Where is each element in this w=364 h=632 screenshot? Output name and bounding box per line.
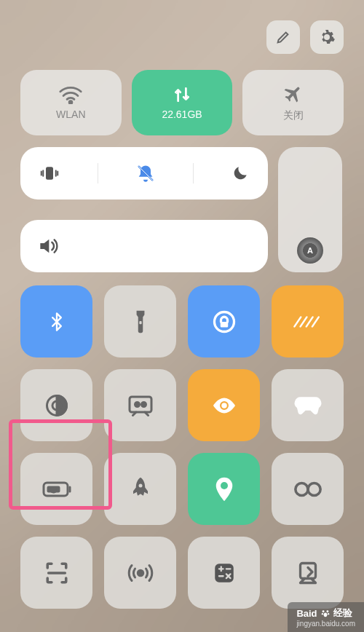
- game-mode-tile[interactable]: [272, 369, 344, 441]
- bluetooth-tile[interactable]: [20, 285, 92, 358]
- cast-icon: [295, 560, 321, 586]
- wifi-tile[interactable]: WLAN: [20, 70, 122, 135]
- eye-icon: [210, 397, 238, 414]
- watermark-suffix: 经验: [333, 607, 352, 620]
- watermark: Baid 经验 jingyan.baidu.com: [288, 602, 364, 632]
- calculator-icon: [212, 561, 237, 585]
- night-toggle[interactable]: [231, 164, 250, 183]
- airplane-icon: [282, 83, 304, 105]
- annotation-highlight: [9, 419, 112, 510]
- gamepad-icon: [293, 395, 323, 416]
- paw-icon: [320, 608, 331, 618]
- svg-rect-6: [220, 322, 228, 328]
- hotspot-icon: [127, 560, 154, 586]
- svg-point-19: [221, 482, 228, 489]
- divider: [98, 163, 98, 183]
- rocket-icon: [130, 476, 151, 502]
- eye-comfort-tile[interactable]: [188, 369, 260, 441]
- airplane-tile[interactable]: 关闭: [242, 70, 344, 135]
- volume-slider[interactable]: [20, 220, 268, 272]
- nearby-share-tile[interactable]: [272, 453, 344, 525]
- scan-tile[interactable]: [20, 537, 92, 609]
- watermark-url: jingyan.baidu.com: [296, 620, 355, 628]
- bell-off-icon: [135, 163, 156, 183]
- gear-icon: [318, 28, 336, 46]
- edit-icon: [275, 29, 291, 45]
- edit-button[interactable]: [266, 20, 300, 54]
- svg-point-10: [135, 402, 139, 406]
- svg-point-27: [326, 610, 328, 612]
- rotation-lock-tile[interactable]: [188, 285, 260, 358]
- svg-point-13: [221, 403, 227, 408]
- cast-tile[interactable]: [272, 537, 344, 609]
- screen-record-tile[interactable]: [104, 369, 176, 441]
- svg-rect-4: [139, 320, 141, 323]
- vibrate-icon: [39, 162, 60, 184]
- location-icon: [213, 476, 235, 502]
- flashlight-icon: [131, 309, 150, 335]
- bluetooth-icon: [47, 309, 67, 335]
- data-arrows-icon: [172, 85, 192, 104]
- speaker-icon: [36, 234, 60, 258]
- dnd-toggle[interactable]: [135, 163, 156, 183]
- svg-point-23: [138, 570, 143, 576]
- wifi-label: WLAN: [56, 108, 85, 120]
- svg-rect-1: [46, 167, 53, 180]
- svg-point-0: [69, 101, 72, 104]
- svg-point-18: [138, 483, 142, 487]
- svg-point-30: [323, 612, 327, 617]
- brightness-slider[interactable]: A: [278, 147, 342, 272]
- multiwindow-icon: [293, 313, 323, 331]
- scan-icon: [44, 561, 69, 585]
- wifi-icon: [58, 85, 83, 104]
- hotspot-tile[interactable]: [104, 537, 176, 609]
- rotation-lock-icon: [211, 309, 237, 335]
- svg-rect-24: [215, 564, 234, 582]
- moon-icon: [231, 164, 250, 183]
- link-icon: [293, 481, 323, 498]
- divider: [193, 163, 194, 183]
- auto-brightness-icon: A: [297, 237, 323, 264]
- svg-point-29: [327, 613, 328, 615]
- quick-toggle-card: [20, 147, 268, 200]
- mobile-data-tile[interactable]: 22.61GB: [132, 70, 233, 135]
- calculator-tile[interactable]: [188, 537, 260, 609]
- contrast-icon: [44, 392, 70, 419]
- settings-button[interactable]: [310, 20, 344, 54]
- flashlight-tile[interactable]: [104, 285, 176, 358]
- svg-point-28: [321, 613, 323, 615]
- multiwindow-tile[interactable]: [272, 285, 344, 358]
- vibrate-toggle[interactable]: [39, 162, 60, 184]
- boost-tile[interactable]: [104, 453, 176, 525]
- svg-point-11: [141, 402, 146, 406]
- airplane-label: 关闭: [283, 109, 304, 122]
- svg-point-21: [308, 483, 320, 495]
- location-tile[interactable]: [188, 453, 260, 525]
- watermark-brand: Baid: [296, 608, 317, 619]
- data-usage-label: 22.61GB: [162, 108, 202, 120]
- svg-point-20: [295, 483, 307, 495]
- svg-point-26: [322, 610, 324, 612]
- screen-record-icon: [127, 395, 154, 416]
